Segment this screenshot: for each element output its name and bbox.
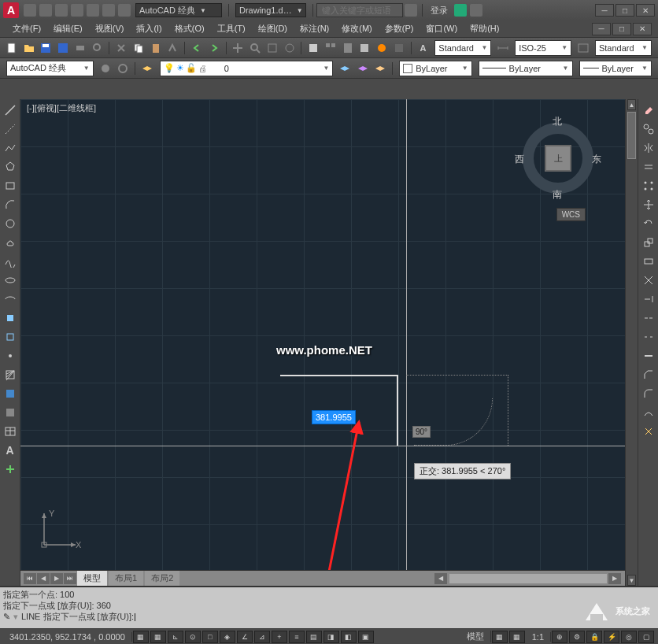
redo-icon[interactable] bbox=[206, 39, 222, 57]
table-style-combo[interactable]: Standard▼ bbox=[595, 40, 652, 56]
menu-insert[interactable]: 插入(I) bbox=[130, 21, 168, 36]
polyline-icon[interactable] bbox=[2, 139, 19, 157]
minimize-button[interactable]: ─ bbox=[595, 4, 614, 17]
offset-icon[interactable] bbox=[640, 158, 657, 176]
scale-icon[interactable] bbox=[640, 234, 657, 251]
mirror-icon[interactable] bbox=[640, 139, 657, 157]
scroll-up-icon[interactable]: ▲ bbox=[627, 99, 636, 110]
snap-toggle[interactable]: ▦ bbox=[133, 631, 149, 643]
erase-icon[interactable] bbox=[640, 102, 657, 119]
tab-next-icon[interactable]: ▶ bbox=[50, 573, 63, 584]
lineweight-combo[interactable]: ByLayer▼ bbox=[579, 61, 652, 76]
make-block-icon[interactable] bbox=[2, 328, 19, 346]
sc-toggle[interactable]: ◧ bbox=[341, 631, 357, 643]
explode-icon[interactable] bbox=[640, 423, 657, 440]
color-combo[interactable]: ByLayer▼ bbox=[399, 61, 471, 76]
polygon-icon[interactable] bbox=[2, 158, 19, 176]
drawing-canvas[interactable]: [-][俯视][二维线框] 381.9955 90° 正交: 381.9955 … bbox=[20, 99, 625, 570]
maximize-button[interactable]: □ bbox=[615, 4, 634, 17]
print-icon[interactable] bbox=[72, 39, 88, 57]
rectangle-icon[interactable] bbox=[2, 177, 19, 194]
pan-icon[interactable] bbox=[230, 39, 246, 57]
properties-icon[interactable] bbox=[305, 39, 321, 57]
text-style-icon[interactable]: A bbox=[416, 39, 431, 57]
hatch-icon[interactable] bbox=[2, 366, 19, 383]
line-icon[interactable] bbox=[2, 102, 19, 119]
copy-icon[interactable] bbox=[131, 39, 146, 57]
otrack-toggle[interactable]: ∠ bbox=[237, 631, 253, 643]
dim-style-icon[interactable] bbox=[495, 39, 511, 57]
workspace-switching-icon[interactable]: ⚙ bbox=[569, 631, 585, 643]
tab-prev-icon[interactable]: ◀ bbox=[37, 573, 50, 584]
doc-maximize-button[interactable]: □ bbox=[612, 23, 631, 35]
add-selected-icon[interactable] bbox=[2, 461, 19, 478]
move-icon[interactable] bbox=[640, 196, 657, 213]
table-icon[interactable] bbox=[2, 423, 19, 440]
qp-toggle[interactable]: ◨ bbox=[323, 631, 339, 643]
view-label[interactable]: [-][俯视][二维线框] bbox=[27, 102, 96, 114]
markup-icon[interactable] bbox=[374, 39, 390, 57]
wcs-badge[interactable]: WCS bbox=[556, 208, 586, 221]
join-icon[interactable] bbox=[640, 347, 657, 365]
tab-last-icon[interactable]: ⏭ bbox=[64, 573, 76, 584]
workspace-combo-2[interactable]: AutoCAD 经典▼ bbox=[6, 61, 94, 76]
tpy-toggle[interactable]: ▤ bbox=[306, 631, 322, 643]
rotate-icon[interactable] bbox=[640, 215, 657, 232]
undo-icon[interactable] bbox=[189, 39, 205, 57]
workspace-settings-icon[interactable] bbox=[98, 60, 113, 77]
tab-layout2[interactable]: 布局2 bbox=[145, 571, 179, 586]
menu-modify[interactable]: 修改(M) bbox=[335, 21, 379, 36]
annotation-visibility-icon[interactable]: ⊕ bbox=[552, 631, 567, 643]
ellipse-arc-icon[interactable] bbox=[2, 291, 19, 308]
grid-toggle[interactable]: ▦ bbox=[150, 631, 166, 643]
layer-combo[interactable]: 💡☀🔓🖨 0▼ bbox=[160, 61, 334, 76]
preview-icon[interactable] bbox=[90, 39, 105, 57]
break-at-point-icon[interactable] bbox=[640, 309, 657, 327]
menu-tools[interactable]: 工具(T) bbox=[211, 21, 252, 36]
revision-cloud-icon[interactable] bbox=[2, 234, 19, 251]
menu-view[interactable]: 视图(V) bbox=[89, 21, 131, 36]
tab-first-icon[interactable]: ⏮ bbox=[24, 573, 36, 584]
open-icon[interactable] bbox=[21, 39, 37, 57]
layer-iso-icon[interactable] bbox=[372, 60, 388, 77]
menu-dimension[interactable]: 标注(N) bbox=[294, 21, 335, 36]
menu-edit[interactable]: 编辑(E) bbox=[47, 21, 89, 36]
polar-toggle[interactable]: ⊙ bbox=[185, 631, 201, 643]
array-icon[interactable] bbox=[640, 177, 657, 194]
scroll-down-icon[interactable]: ▼ bbox=[627, 575, 636, 586]
qat-item[interactable] bbox=[71, 4, 83, 17]
qat-item[interactable] bbox=[118, 4, 131, 17]
lwt-toggle[interactable]: ≡ bbox=[289, 631, 305, 643]
viewcube-face[interactable]: 上 bbox=[545, 145, 571, 172]
spline-icon[interactable] bbox=[2, 253, 19, 270]
doc-minimize-button[interactable]: ─ bbox=[592, 23, 611, 35]
saveas-icon[interactable] bbox=[55, 39, 71, 57]
clean-screen-icon[interactable]: ▢ bbox=[638, 631, 654, 643]
tab-model[interactable]: 模型 bbox=[77, 571, 107, 586]
tab-layout1[interactable]: 布局1 bbox=[109, 571, 143, 586]
search-input[interactable] bbox=[316, 3, 403, 17]
doc-close-button[interactable]: ✕ bbox=[633, 23, 652, 35]
hscrollbar[interactable] bbox=[449, 574, 607, 583]
search-icon[interactable] bbox=[405, 4, 417, 17]
tool-palette-icon[interactable] bbox=[340, 39, 356, 57]
quickview-layouts-icon[interactable]: ▦ bbox=[492, 631, 508, 643]
login-link[interactable]: 登录 bbox=[431, 5, 448, 17]
vscrollbar[interactable]: ▲ ▼ bbox=[625, 99, 638, 586]
zoom-icon[interactable] bbox=[247, 39, 263, 57]
text-style-combo[interactable]: Standard▼ bbox=[434, 40, 491, 56]
new-icon[interactable] bbox=[4, 39, 20, 57]
document-tab[interactable]: Drawing1.d… ▼ bbox=[235, 3, 306, 17]
extend-icon[interactable] bbox=[640, 291, 657, 308]
save-icon[interactable] bbox=[38, 39, 54, 57]
match-icon[interactable] bbox=[165, 39, 181, 57]
workspace-combo[interactable]: AutoCAD 经典 ▼ bbox=[135, 3, 222, 17]
isolate-objects-icon[interactable]: ◎ bbox=[621, 631, 637, 643]
app-logo[interactable]: A bbox=[3, 2, 19, 18]
design-center-icon[interactable] bbox=[323, 39, 338, 57]
trim-icon[interactable] bbox=[640, 272, 657, 289]
close-button[interactable]: ✕ bbox=[636, 4, 655, 17]
viewcube[interactable]: 上 北 南 东 西 bbox=[515, 115, 601, 202]
menu-file[interactable]: 文件(F) bbox=[6, 21, 47, 36]
help-icon[interactable] bbox=[470, 4, 482, 17]
